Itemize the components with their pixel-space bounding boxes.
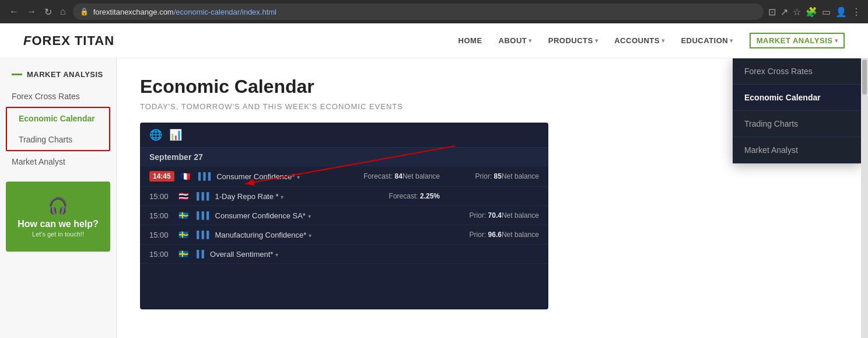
- nav-home[interactable]: HOME: [459, 36, 482, 45]
- nav-home-label: HOME: [459, 36, 482, 45]
- nav-education-label: EDUCATION: [681, 36, 728, 45]
- flag-icon: 🇹🇭: [178, 191, 188, 201]
- flag-icon: 🇫🇷: [180, 172, 190, 181]
- chevron-down-icon: ▾: [297, 174, 300, 180]
- impact-bars: ▐▐▐: [196, 172, 211, 180]
- market-analysis-dropdown: Forex Cross Rates Economic Calendar Trad…: [733, 58, 861, 163]
- chevron-down-icon: ▾: [835, 37, 838, 44]
- url-base: forextitanexchange.com: [93, 8, 174, 16]
- back-button[interactable]: ←: [7, 5, 21, 18]
- scrollbar-thumb[interactable]: [862, 60, 867, 95]
- promo-subtitle: Let's get in touch!!: [32, 231, 84, 238]
- event-time: 15:00: [149, 231, 173, 239]
- sidebar: MARKET ANALYSIS Forex Cross Rates Econom…: [0, 58, 117, 338]
- site-header: FOREX TITAN HOME ABOUT ▾ PRODUCTS ▾ ACCO…: [0, 23, 868, 58]
- dropdown-item-market-analyst[interactable]: Market Analyst: [733, 137, 861, 163]
- nav-products-label: PRODUCTS: [548, 36, 593, 45]
- table-row: 15:00 🇹🇭 ▐▐▐ 1-Day Repo Rate * ▾ Forecas…: [140, 187, 548, 206]
- calendar-toolbar: 🌐 📊: [140, 123, 548, 148]
- event-name: Overall Sentiment* ▾: [210, 250, 434, 259]
- dropdown-item-trading-charts[interactable]: Trading Charts: [733, 111, 861, 137]
- reload-button[interactable]: ↻: [42, 5, 54, 19]
- nav-market-analysis-label: MARKET ANALYSIS: [757, 36, 833, 45]
- event-time: 15:00: [149, 250, 173, 259]
- forecast-value: Forecast: 2.25%: [389, 192, 440, 200]
- chevron-down-icon: ▾: [308, 213, 311, 219]
- lock-icon: 🔒: [80, 8, 89, 16]
- table-row: 15:00 🇸🇪 ▐▐▐ Consumer Confidence SA* ▾ P…: [140, 206, 548, 225]
- sidebar-item-forex-cross-rates[interactable]: Forex Cross Rates: [0, 86, 116, 107]
- main-nav: HOME ABOUT ▾ PRODUCTS ▾ ACCOUNTS ▾ EDUCA…: [459, 33, 845, 48]
- browser-nav-controls: ← → ↻ ⌂: [7, 5, 68, 19]
- table-row: 14:45 🇫🇷 ▐▐▐ Consumer Confidence* ▾ Fore…: [140, 166, 548, 187]
- chevron-down-icon: ▾: [309, 232, 312, 239]
- content-area: Economic Calendar TODAY'S, TOMORROW'S AN…: [117, 58, 861, 338]
- tab-icon[interactable]: ▭: [822, 6, 831, 18]
- flag-icon: 🇸🇪: [178, 249, 188, 259]
- impact-bars: ▐▐▐: [194, 211, 209, 219]
- event-name: Consumer Confidence* ▾: [216, 172, 358, 181]
- dropdown-item-forex-cross-rates[interactable]: Forex Cross Rates: [733, 58, 861, 85]
- scrollbar[interactable]: [861, 58, 868, 338]
- profile-icon[interactable]: 👤: [835, 6, 847, 18]
- bookmark-icon[interactable]: ☆: [793, 6, 801, 18]
- nav-about-label: ABOUT: [499, 36, 527, 45]
- logo[interactable]: FOREX TITAN: [23, 33, 114, 48]
- table-row: 15:00 🇸🇪 ▐▐▐ Manufacturing Confidence* ▾…: [140, 225, 548, 245]
- url-path: /economic-calendar/index.html: [174, 8, 276, 16]
- calendar-widget: 🌐 📊 September 27 14:45 🇫🇷 ▐▐▐ Consumer C…: [140, 123, 548, 309]
- extensions-icon[interactable]: 🧩: [806, 6, 817, 18]
- browser-chrome: ← → ↻ ⌂ 🔒 forextitanexchange.com/economi…: [0, 0, 868, 23]
- sidebar-item-trading-charts[interactable]: Trading Charts: [7, 129, 109, 150]
- chart-icon[interactable]: 📊: [169, 128, 182, 141]
- nav-products[interactable]: PRODUCTS ▾: [548, 36, 598, 45]
- impact-bars: ▐▐: [194, 250, 204, 258]
- nav-about[interactable]: ABOUT ▾: [499, 36, 532, 45]
- url-display: forextitanexchange.com/economic-calendar…: [93, 8, 276, 16]
- impact-bars: ▐▐▐: [194, 192, 209, 200]
- chevron-down-icon: ▾: [281, 194, 284, 200]
- share-icon[interactable]: ↗: [780, 6, 788, 18]
- sidebar-item-market-analyst[interactable]: Market Analyst: [0, 151, 116, 172]
- sidebar-title: MARKET ANALYSIS: [0, 70, 116, 86]
- forecast-value: Forecast: 84Net balance: [363, 172, 440, 180]
- home-button[interactable]: ⌂: [58, 5, 68, 18]
- flag-icon: 🇸🇪: [178, 230, 188, 239]
- table-row: 15:00 🇸🇪 ▐▐ Overall Sentiment* ▾: [140, 245, 548, 264]
- event-time: 15:00: [149, 192, 173, 201]
- screenshot-icon[interactable]: ⊡: [768, 6, 776, 18]
- chevron-down-icon: ▾: [528, 37, 532, 44]
- event-name: Consumer Confidence SA* ▾: [215, 211, 434, 220]
- nav-accounts-label: ACCOUNTS: [614, 36, 660, 45]
- flag-icon: 🇸🇪: [178, 211, 188, 220]
- sidebar-item-economic-calendar[interactable]: Economic Calendar: [7, 108, 109, 129]
- menu-icon[interactable]: ⋮: [852, 6, 861, 18]
- promo-title: How can we help?: [18, 219, 99, 229]
- nav-market-analysis[interactable]: MARKET ANALYSIS ▾: [750, 33, 845, 48]
- nav-education[interactable]: EDUCATION ▾: [681, 36, 733, 45]
- globe-icon[interactable]: 🌐: [149, 128, 162, 141]
- main-layout: MARKET ANALYSIS Forex Cross Rates Econom…: [0, 58, 868, 338]
- address-bar[interactable]: 🔒 forextitanexchange.com/economic-calend…: [73, 4, 764, 20]
- event-name: 1-Day Repo Rate * ▾: [215, 192, 383, 201]
- prior-value: Prior: 70.4Net balance: [446, 211, 539, 219]
- dropdown-item-economic-calendar[interactable]: Economic Calendar: [733, 85, 861, 111]
- prior-value: Prior: 85Net balance: [446, 172, 539, 180]
- nav-accounts[interactable]: ACCOUNTS ▾: [614, 36, 664, 45]
- event-time: 15:00: [149, 211, 173, 220]
- sidebar-highlight-box: Economic Calendar Trading Charts: [6, 107, 110, 151]
- browser-action-buttons: ⊡ ↗ ☆ 🧩 ▭ 👤 ⋮: [768, 6, 861, 18]
- chevron-down-icon: ▾: [275, 252, 278, 258]
- calendar-date-header: September 27: [140, 148, 548, 166]
- time-badge: 14:45: [149, 171, 174, 182]
- logo-text: OREX TITAN: [32, 33, 114, 48]
- event-name: Manufacturing Confidence* ▾: [215, 231, 434, 239]
- chevron-down-icon: ▾: [662, 37, 665, 44]
- impact-bars: ▐▐▐: [194, 231, 209, 239]
- prior-value: Prior: 96.6Net balance: [446, 231, 539, 239]
- logo-f: F: [23, 33, 32, 48]
- forward-button[interactable]: →: [24, 5, 38, 18]
- chevron-down-icon: ▾: [730, 37, 733, 44]
- chevron-down-icon: ▾: [595, 37, 598, 44]
- headset-icon: 🎧: [48, 196, 68, 215]
